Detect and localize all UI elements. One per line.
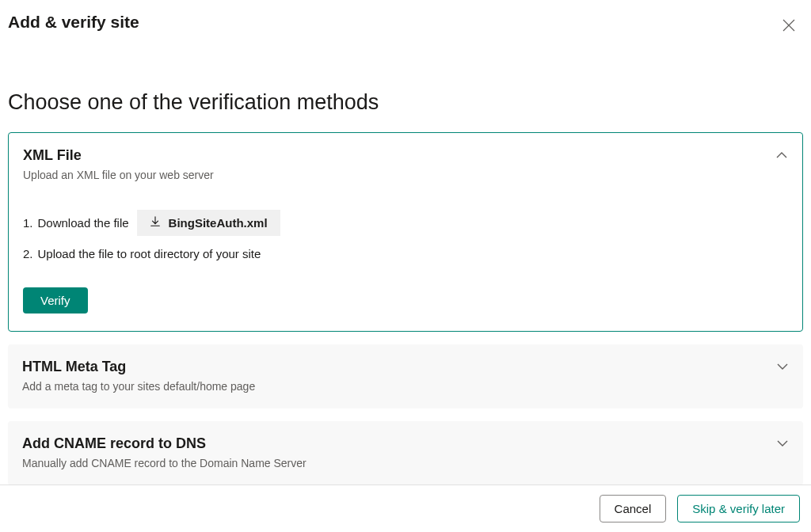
method-title: HTML Meta Tag bbox=[22, 359, 789, 375]
method-title: XML File bbox=[23, 147, 788, 164]
dialog-footer: Cancel Skip & verify later bbox=[0, 484, 811, 532]
close-button[interactable] bbox=[779, 16, 798, 35]
steps-list: 1. Download the file BingSiteAuth.xml 2.… bbox=[23, 210, 788, 260]
verify-button[interactable]: Verify bbox=[23, 287, 88, 314]
dialog-container: Add & verify site Choose one of the veri… bbox=[0, 0, 811, 485]
step-number: 2. bbox=[23, 247, 33, 260]
step-2: 2. Upload the file to root directory of … bbox=[23, 247, 788, 260]
close-icon bbox=[782, 19, 795, 32]
download-file-button[interactable]: BingSiteAuth.xml bbox=[137, 210, 280, 236]
step-label: Download the file bbox=[38, 216, 129, 230]
chevron-down-icon bbox=[776, 437, 789, 453]
method-card-html-meta-tag[interactable]: HTML Meta Tag Add a meta tag to your sit… bbox=[8, 344, 803, 408]
section-heading: Choose one of the verification methods bbox=[8, 90, 803, 115]
step-label: Upload the file to root directory of you… bbox=[38, 247, 261, 260]
method-title: Add CNAME record to DNS bbox=[22, 435, 789, 452]
dialog-header: Add & verify site bbox=[8, 13, 803, 35]
skip-verify-later-button[interactable]: Skip & verify later bbox=[677, 495, 800, 522]
method-subtitle: Add a meta tag to your sites default/hom… bbox=[22, 380, 789, 393]
method-subtitle: Upload an XML file on your web server bbox=[23, 169, 788, 181]
step-number: 1. bbox=[23, 216, 33, 230]
chevron-down-icon bbox=[776, 360, 789, 376]
step-1: 1. Download the file BingSiteAuth.xml bbox=[23, 210, 788, 236]
cancel-button[interactable]: Cancel bbox=[600, 495, 667, 522]
download-icon bbox=[150, 216, 161, 230]
download-filename: BingSiteAuth.xml bbox=[169, 216, 268, 230]
dialog-title: Add & verify site bbox=[8, 13, 139, 32]
chevron-up-icon bbox=[775, 149, 788, 165]
method-subtitle: Manually add CNAME record to the Domain … bbox=[22, 457, 789, 469]
method-card-cname-dns[interactable]: Add CNAME record to DNS Manually add CNA… bbox=[8, 421, 803, 485]
method-card-xml-file[interactable]: XML File Upload an XML file on your web … bbox=[8, 132, 803, 332]
